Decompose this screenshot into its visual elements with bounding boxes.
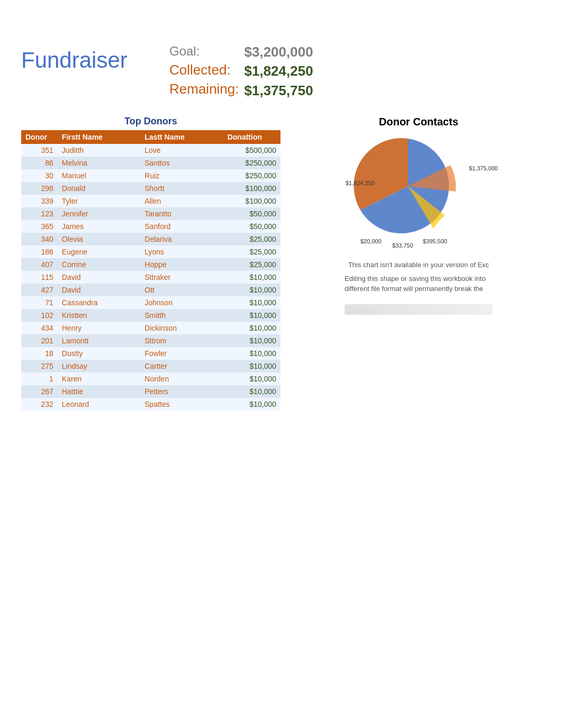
table-section: Top Donors Donor Firstt Name Lastt Name … <box>21 116 280 411</box>
table-row: 232LeonardSpattes$10,000 <box>21 398 280 411</box>
cell-donation: $25,000 <box>223 245 280 258</box>
table-row: 340OleviaDelariva$25,000 <box>21 233 280 245</box>
cell-donation: $25,000 <box>223 233 280 245</box>
table-row: 275LindsayCartter$10,000 <box>21 360 280 372</box>
cell-donation: $250,000 <box>223 169 280 182</box>
table-row: 427DavidOtt$10,000 <box>21 284 280 296</box>
donor-contacts-title: Donor Contacts <box>379 116 458 128</box>
cell-first: Henry <box>58 322 140 334</box>
cell-donor: 102 <box>21 309 58 322</box>
remaining-label: Remaining: <box>169 79 239 98</box>
col-first: Firstt Name <box>58 130 140 144</box>
cell-donor: 232 <box>21 398 58 411</box>
cell-donor: 30 <box>21 169 58 182</box>
cell-donor: 115 <box>21 271 58 284</box>
cell-last: Sanford <box>140 220 223 233</box>
cell-first: Tyler <box>58 195 140 207</box>
pie-label-remaining: $1,375,000 <box>469 165 498 171</box>
table-title: Top Donors <box>21 116 280 127</box>
chart-section: Donor Contacts $1,824,250 $1,375,000 $20… <box>296 116 541 411</box>
cell-donor: 123 <box>21 207 58 220</box>
chart-unavailable-text: This chart isn't available in your versi… <box>348 260 489 270</box>
cell-donor: 407 <box>21 258 58 271</box>
cell-last: Cartter <box>140 360 223 372</box>
table-row: 434HenryDickinson$10,000 <box>21 322 280 334</box>
cell-last: Sttrom <box>140 334 223 347</box>
cell-first: Donald <box>58 182 140 195</box>
cell-donation: $50,000 <box>223 207 280 220</box>
cell-donor: 1 <box>21 372 58 385</box>
cell-donation: $10,000 <box>223 385 280 398</box>
cell-donation: $25,000 <box>223 258 280 271</box>
cell-first: Eugene <box>58 245 140 258</box>
pie-chart-svg <box>345 133 472 239</box>
table-row: 186EugeneLyons$25,000 <box>21 245 280 258</box>
cell-donor: 267 <box>21 385 58 398</box>
cell-last: Tarantto <box>140 207 223 220</box>
table-row: 115DavidSttraker$10,000 <box>21 271 280 284</box>
cell-donation: $10,000 <box>223 284 280 296</box>
table-row: 18DusttyFowler$10,000 <box>21 347 280 360</box>
cell-last: Lyons <box>140 245 223 258</box>
cell-donation: $10,000 <box>223 309 280 322</box>
main-content: Top Donors Donor Firstt Name Lastt Name … <box>21 116 541 411</box>
cell-donation: $100,000 <box>223 195 280 207</box>
chart-note-text: Editing this shape or saving this workbo… <box>345 274 493 293</box>
cell-last: Johnson <box>140 296 223 309</box>
cell-donor: 365 <box>21 220 58 233</box>
table-row: 30ManuelRuiz$250,000 <box>21 169 280 182</box>
cell-donation: $10,000 <box>223 271 280 284</box>
pie-label-small1: $20,000 <box>360 238 382 244</box>
cell-last: Love <box>140 144 223 157</box>
cell-last: Allen <box>140 195 223 207</box>
cell-donation: $10,000 <box>223 322 280 334</box>
col-last: Lastt Name <box>140 130 223 144</box>
cell-donor: 275 <box>21 360 58 372</box>
table-row: 86MelvinaSanttos$250,000 <box>21 157 280 169</box>
cell-donation: $10,000 <box>223 347 280 360</box>
cell-first: Jennifer <box>58 207 140 220</box>
cell-first: Juditth <box>58 144 140 157</box>
table-row: 407CorrineHoppe$25,000 <box>21 258 280 271</box>
cell-donation: $10,000 <box>223 360 280 372</box>
cell-last: Fowler <box>140 347 223 360</box>
table-row: 365JamesSanford$50,000 <box>21 220 280 233</box>
col-donor: Donor <box>21 130 58 144</box>
remaining-value: $1,375,750 <box>244 81 313 100</box>
pie-label-collected: $1,824,250 <box>346 180 375 186</box>
table-row: 201LamonttSttrom$10,000 <box>21 334 280 347</box>
cell-first: David <box>58 271 140 284</box>
cell-last: Dickinson <box>140 322 223 334</box>
cell-donor: 201 <box>21 334 58 347</box>
cell-donation: $10,000 <box>223 334 280 347</box>
pie-chart-container: $1,824,250 $1,375,000 $20,000 $33,750 $3… <box>345 133 493 250</box>
cell-last: Delariva <box>140 233 223 245</box>
cell-donor: 427 <box>21 284 58 296</box>
cell-last: Santtos <box>140 157 223 169</box>
cell-donor: 339 <box>21 195 58 207</box>
cell-first: James <box>58 220 140 233</box>
collected-value: $1,824,250 <box>244 61 313 80</box>
cell-first: Karen <box>58 372 140 385</box>
cell-donation: $500,000 <box>223 144 280 157</box>
table-row: 71CassandraJohnson$10,000 <box>21 296 280 309</box>
cell-donor: 434 <box>21 322 58 334</box>
cell-first: Lindsay <box>58 360 140 372</box>
fundraiser-title: Fundraiser <box>21 48 138 73</box>
collected-label: Collected: <box>169 60 239 79</box>
cell-first: Cassandra <box>58 296 140 309</box>
cell-donation: $50,000 <box>223 220 280 233</box>
table-header-row: Donor Firstt Name Lastt Name Donattion <box>21 130 280 144</box>
table-row: 267HatttiePetters$10,000 <box>21 385 280 398</box>
cell-first: Olevia <box>58 233 140 245</box>
donors-table: Donor Firstt Name Lastt Name Donattion 3… <box>21 130 280 411</box>
cell-donation: $100,000 <box>223 182 280 195</box>
cell-last: Spattes <box>140 398 223 411</box>
pie-label-small2: $33,750 <box>392 242 413 249</box>
cell-first: Melvina <box>58 157 140 169</box>
header-section: Fundraiser Goal: Collected: Remaining: $… <box>21 42 541 100</box>
chart-bottom-bar <box>345 304 493 315</box>
table-row: 351JuditthLove$500,000 <box>21 144 280 157</box>
cell-donation: $10,000 <box>223 398 280 411</box>
col-donation: Donattion <box>223 130 280 144</box>
